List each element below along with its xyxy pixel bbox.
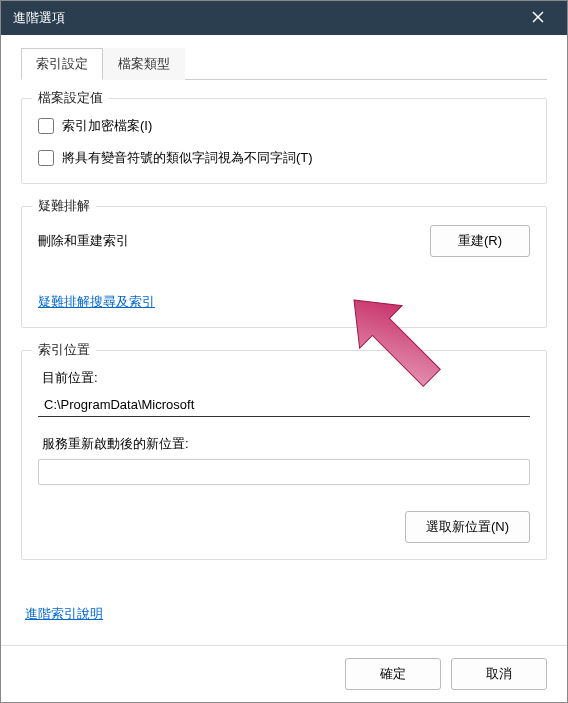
tab-file-types[interactable]: 檔案類型	[103, 48, 185, 80]
group-title-troubleshoot: 疑難排解	[32, 197, 96, 215]
tab-index-settings[interactable]: 索引設定	[21, 48, 103, 80]
cancel-button[interactable]: 取消	[451, 658, 547, 690]
label-diacritics[interactable]: 將具有變音符號的類似字詞視為不同字詞(T)	[62, 149, 313, 167]
group-title-location: 索引位置	[32, 341, 96, 359]
current-location-field	[38, 393, 530, 417]
close-button[interactable]	[521, 1, 555, 35]
current-location-label: 目前位置:	[42, 369, 530, 387]
advanced-index-help-link[interactable]: 進階索引說明	[25, 606, 103, 621]
dialog-content: 索引設定 檔案類型 檔案設定值 索引加密檔案(I) 將具有變音符號的類似字詞視為…	[1, 35, 567, 645]
advanced-options-dialog: 進階選項 索引設定 檔案類型 檔案設定值 索引加密檔案(I) 將具有變音符號的類…	[0, 0, 568, 703]
tab-strip: 索引設定 檔案類型	[21, 47, 547, 80]
select-new-location-button[interactable]: 選取新位置(N)	[405, 511, 530, 543]
checkbox-row-diacritics: 將具有變音符號的類似字詞視為不同字詞(T)	[38, 149, 530, 167]
close-icon	[532, 11, 544, 26]
ok-button[interactable]: 確定	[345, 658, 441, 690]
new-location-field	[38, 459, 530, 485]
checkbox-index-encrypted[interactable]	[38, 118, 54, 134]
label-index-encrypted[interactable]: 索引加密檔案(I)	[62, 117, 152, 135]
dialog-button-row: 確定 取消	[1, 645, 567, 702]
checkbox-diacritics[interactable]	[38, 150, 54, 166]
rebuild-button[interactable]: 重建(R)	[430, 225, 530, 257]
dialog-title: 進階選項	[13, 9, 65, 27]
rebuild-row: 刪除和重建索引 重建(R)	[38, 225, 530, 257]
troubleshoot-help-link[interactable]: 疑難排解搜尋及索引	[38, 294, 155, 309]
group-file-settings: 檔案設定值 索引加密檔案(I) 將具有變音符號的類似字詞視為不同字詞(T)	[21, 98, 547, 184]
group-troubleshoot: 疑難排解 刪除和重建索引 重建(R) 疑難排解搜尋及索引	[21, 206, 547, 328]
checkbox-row-encrypt: 索引加密檔案(I)	[38, 117, 530, 135]
rebuild-text: 刪除和重建索引	[38, 232, 129, 250]
titlebar: 進階選項	[1, 1, 567, 35]
group-index-location: 索引位置 目前位置: 服務重新啟動後的新位置: 選取新位置(N)	[21, 350, 547, 560]
new-location-label: 服務重新啟動後的新位置:	[42, 435, 530, 453]
group-title-file-settings: 檔案設定值	[32, 89, 109, 107]
